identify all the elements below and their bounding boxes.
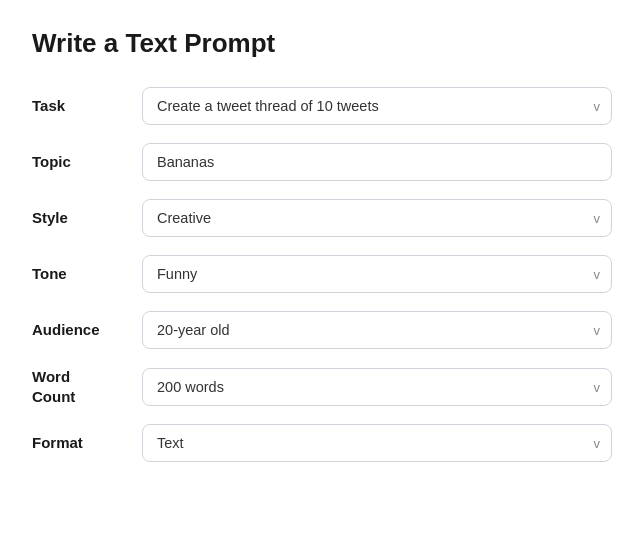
form-container: Write a Text Prompt TaskCreate a tweet t… xyxy=(0,0,644,508)
form-row-task: TaskCreate a tweet thread of 10 tweetsWr… xyxy=(32,87,612,125)
form-row-style: StyleCreativeProfessionalCasualFormalv xyxy=(32,199,612,237)
label-format: Format xyxy=(32,433,142,453)
form-row-audience: Audience20-year old30-year oldGeneral au… xyxy=(32,311,612,349)
select-style[interactable]: CreativeProfessionalCasualFormal xyxy=(142,199,612,237)
control-task: Create a tweet thread of 10 tweetsWrite … xyxy=(142,87,612,125)
label-topic: Topic xyxy=(32,152,142,172)
input-topic[interactable] xyxy=(142,143,612,181)
select-task[interactable]: Create a tweet thread of 10 tweetsWrite … xyxy=(142,87,612,125)
label-word-count: Word Count xyxy=(32,367,142,406)
label-style: Style xyxy=(32,208,142,228)
label-audience: Audience xyxy=(32,320,142,340)
form-row-word-count: Word Count200 words500 words1000 wordsCu… xyxy=(32,367,612,406)
form-row-topic: Topic xyxy=(32,143,612,181)
label-task: Task xyxy=(32,96,142,116)
select-wrapper-task: Create a tweet thread of 10 tweetsWrite … xyxy=(142,87,612,125)
page-title: Write a Text Prompt xyxy=(32,28,612,59)
form-row-format: FormatTextHTMLMarkdownJSONv xyxy=(32,424,612,462)
select-tone[interactable]: FunnySeriousInspirationalInformative xyxy=(142,255,612,293)
control-tone: FunnySeriousInspirationalInformativev xyxy=(142,255,612,293)
select-wrapper-word-count: 200 words500 words1000 wordsCustomv xyxy=(142,368,612,406)
form-row-tone: ToneFunnySeriousInspirationalInformative… xyxy=(32,255,612,293)
select-audience[interactable]: 20-year old30-year oldGeneral audiencePr… xyxy=(142,311,612,349)
select-wrapper-audience: 20-year old30-year oldGeneral audiencePr… xyxy=(142,311,612,349)
select-wrapper-tone: FunnySeriousInspirationalInformativev xyxy=(142,255,612,293)
select-wrapper-format: TextHTMLMarkdownJSONv xyxy=(142,424,612,462)
control-word-count: 200 words500 words1000 wordsCustomv xyxy=(142,368,612,406)
control-style: CreativeProfessionalCasualFormalv xyxy=(142,199,612,237)
control-format: TextHTMLMarkdownJSONv xyxy=(142,424,612,462)
control-audience: 20-year old30-year oldGeneral audiencePr… xyxy=(142,311,612,349)
select-format[interactable]: TextHTMLMarkdownJSON xyxy=(142,424,612,462)
control-topic xyxy=(142,143,612,181)
select-word-count[interactable]: 200 words500 words1000 wordsCustom xyxy=(142,368,612,406)
label-tone: Tone xyxy=(32,264,142,284)
select-wrapper-style: CreativeProfessionalCasualFormalv xyxy=(142,199,612,237)
form-body: TaskCreate a tweet thread of 10 tweetsWr… xyxy=(32,87,612,462)
